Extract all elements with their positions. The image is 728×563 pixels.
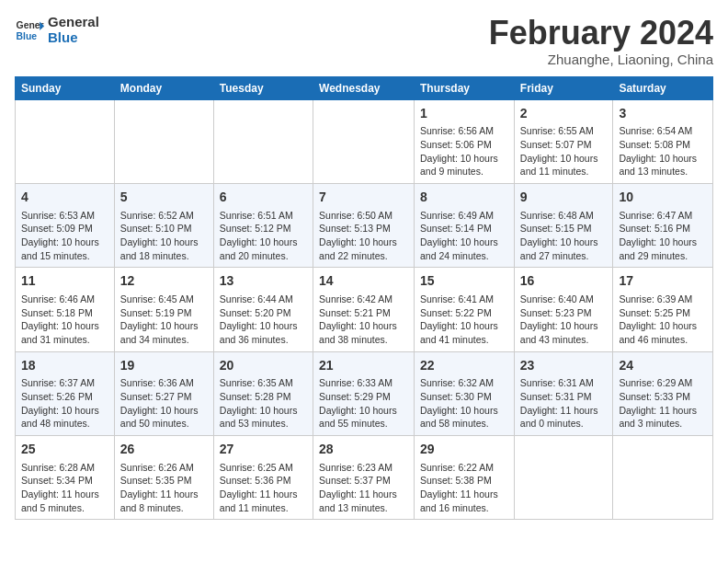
day-info: Sunrise: 6:44 AM Sunset: 5:20 PM Dayligh… [220, 293, 307, 347]
weekday-header: Monday [114, 76, 213, 99]
title-block: February 2024 Zhuanghe, Liaoning, China [489, 15, 713, 67]
calendar-cell: 25Sunrise: 6:28 AM Sunset: 5:34 PM Dayli… [16, 435, 115, 519]
day-number: 17 [619, 272, 707, 291]
calendar-cell: 5Sunrise: 6:52 AM Sunset: 5:10 PM Daylig… [114, 183, 213, 267]
day-number: 29 [420, 441, 508, 459]
day-number: 5 [120, 189, 208, 207]
day-info: Sunrise: 6:36 AM Sunset: 5:27 PM Dayligh… [120, 376, 208, 431]
weekday-header: Thursday [415, 76, 515, 99]
page-header: General Blue General Blue February 2024 … [15, 15, 713, 67]
calendar-cell: 9Sunrise: 6:48 AM Sunset: 5:15 PM Daylig… [514, 183, 613, 267]
day-info: Sunrise: 6:32 AM Sunset: 5:30 PM Dayligh… [420, 376, 508, 431]
calendar-cell [213, 99, 313, 183]
day-info: Sunrise: 6:50 AM Sunset: 5:13 PM Dayligh… [319, 209, 408, 263]
day-number: 11 [21, 272, 108, 291]
calendar-cell [16, 99, 115, 183]
logo: General Blue General Blue [15, 15, 99, 45]
day-info: Sunrise: 6:33 AM Sunset: 5:29 PM Dayligh… [319, 376, 408, 431]
day-info: Sunrise: 6:51 AM Sunset: 5:12 PM Dayligh… [220, 209, 307, 263]
calendar-cell: 6Sunrise: 6:51 AM Sunset: 5:12 PM Daylig… [213, 183, 313, 267]
day-info: Sunrise: 6:29 AM Sunset: 5:33 PM Dayligh… [619, 376, 707, 431]
day-number: 24 [619, 357, 707, 375]
calendar-week-row: 1Sunrise: 6:56 AM Sunset: 5:06 PM Daylig… [16, 99, 713, 183]
day-info: Sunrise: 6:37 AM Sunset: 5:26 PM Dayligh… [21, 376, 108, 431]
weekday-header: Wednesday [313, 76, 415, 99]
calendar-cell: 29Sunrise: 6:22 AM Sunset: 5:38 PM Dayli… [415, 435, 515, 519]
day-number: 2 [520, 105, 608, 123]
day-number: 8 [420, 189, 508, 207]
day-number: 7 [319, 189, 408, 207]
day-info: Sunrise: 6:42 AM Sunset: 5:21 PM Dayligh… [319, 293, 408, 347]
day-number: 20 [220, 357, 307, 375]
logo-blue: Blue [48, 30, 99, 46]
weekday-header: Saturday [613, 76, 713, 99]
day-info: Sunrise: 6:40 AM Sunset: 5:23 PM Dayligh… [520, 293, 608, 347]
calendar-cell: 7Sunrise: 6:50 AM Sunset: 5:13 PM Daylig… [313, 183, 415, 267]
logo-icon: General Blue [15, 16, 44, 45]
calendar-cell [114, 99, 213, 183]
calendar-cell [313, 99, 415, 183]
day-info: Sunrise: 6:48 AM Sunset: 5:15 PM Dayligh… [520, 209, 608, 263]
calendar-cell [514, 435, 613, 519]
calendar-table: SundayMondayTuesdayWednesdayThursdayFrid… [15, 76, 713, 521]
calendar-cell: 14Sunrise: 6:42 AM Sunset: 5:21 PM Dayli… [313, 268, 415, 351]
day-info: Sunrise: 6:26 AM Sunset: 5:35 PM Dayligh… [120, 461, 208, 515]
day-number: 21 [319, 357, 408, 375]
weekday-header: Friday [514, 76, 613, 99]
location-subtitle: Zhuanghe, Liaoning, China [489, 52, 713, 67]
calendar-cell: 18Sunrise: 6:37 AM Sunset: 5:26 PM Dayli… [16, 351, 115, 435]
calendar-week-row: 25Sunrise: 6:28 AM Sunset: 5:34 PM Dayli… [16, 435, 713, 519]
calendar-cell: 4Sunrise: 6:53 AM Sunset: 5:09 PM Daylig… [16, 183, 115, 267]
calendar-cell: 22Sunrise: 6:32 AM Sunset: 5:30 PM Dayli… [415, 351, 515, 435]
day-info: Sunrise: 6:55 AM Sunset: 5:07 PM Dayligh… [520, 124, 608, 178]
day-number: 19 [120, 357, 208, 375]
calendar-cell: 24Sunrise: 6:29 AM Sunset: 5:33 PM Dayli… [613, 351, 713, 435]
day-info: Sunrise: 6:47 AM Sunset: 5:16 PM Dayligh… [619, 209, 707, 263]
calendar-cell: 3Sunrise: 6:54 AM Sunset: 5:08 PM Daylig… [613, 99, 713, 183]
calendar-cell: 12Sunrise: 6:45 AM Sunset: 5:19 PM Dayli… [114, 268, 213, 351]
calendar-cell: 10Sunrise: 6:47 AM Sunset: 5:16 PM Dayli… [613, 183, 713, 267]
calendar-cell: 23Sunrise: 6:31 AM Sunset: 5:31 PM Dayli… [514, 351, 613, 435]
calendar-cell: 17Sunrise: 6:39 AM Sunset: 5:25 PM Dayli… [613, 268, 713, 351]
day-info: Sunrise: 6:54 AM Sunset: 5:08 PM Dayligh… [619, 124, 707, 178]
calendar-cell: 20Sunrise: 6:35 AM Sunset: 5:28 PM Dayli… [213, 351, 313, 435]
weekday-header: Sunday [16, 76, 115, 99]
day-info: Sunrise: 6:25 AM Sunset: 5:36 PM Dayligh… [220, 461, 307, 515]
calendar-cell: 1Sunrise: 6:56 AM Sunset: 5:06 PM Daylig… [415, 99, 515, 183]
day-number: 3 [619, 105, 707, 123]
day-info: Sunrise: 6:23 AM Sunset: 5:37 PM Dayligh… [319, 461, 408, 515]
day-info: Sunrise: 6:45 AM Sunset: 5:19 PM Dayligh… [120, 293, 208, 347]
calendar-cell: 13Sunrise: 6:44 AM Sunset: 5:20 PM Dayli… [213, 268, 313, 351]
calendar-week-row: 4Sunrise: 6:53 AM Sunset: 5:09 PM Daylig… [16, 183, 713, 267]
calendar-cell: 26Sunrise: 6:26 AM Sunset: 5:35 PM Dayli… [114, 435, 213, 519]
day-info: Sunrise: 6:46 AM Sunset: 5:18 PM Dayligh… [21, 293, 108, 347]
day-info: Sunrise: 6:31 AM Sunset: 5:31 PM Dayligh… [520, 376, 608, 431]
day-info: Sunrise: 6:39 AM Sunset: 5:25 PM Dayligh… [619, 293, 707, 347]
day-number: 28 [319, 441, 408, 459]
weekday-header-row: SundayMondayTuesdayWednesdayThursdayFrid… [16, 76, 713, 99]
calendar-cell: 8Sunrise: 6:49 AM Sunset: 5:14 PM Daylig… [415, 183, 515, 267]
calendar-week-row: 11Sunrise: 6:46 AM Sunset: 5:18 PM Dayli… [16, 268, 713, 351]
day-info: Sunrise: 6:22 AM Sunset: 5:38 PM Dayligh… [420, 461, 508, 515]
calendar-cell: 15Sunrise: 6:41 AM Sunset: 5:22 PM Dayli… [415, 268, 515, 351]
weekday-header: Tuesday [213, 76, 313, 99]
day-number: 1 [420, 105, 508, 123]
calendar-cell: 16Sunrise: 6:40 AM Sunset: 5:23 PM Dayli… [514, 268, 613, 351]
calendar-cell: 11Sunrise: 6:46 AM Sunset: 5:18 PM Dayli… [16, 268, 115, 351]
calendar-cell: 28Sunrise: 6:23 AM Sunset: 5:37 PM Dayli… [313, 435, 415, 519]
day-info: Sunrise: 6:52 AM Sunset: 5:10 PM Dayligh… [120, 209, 208, 263]
day-info: Sunrise: 6:53 AM Sunset: 5:09 PM Dayligh… [21, 209, 108, 263]
day-number: 14 [319, 272, 408, 291]
day-info: Sunrise: 6:49 AM Sunset: 5:14 PM Dayligh… [420, 209, 508, 263]
day-number: 16 [520, 272, 608, 291]
calendar-cell [613, 435, 713, 519]
calendar-cell: 19Sunrise: 6:36 AM Sunset: 5:27 PM Dayli… [114, 351, 213, 435]
day-number: 26 [120, 441, 208, 459]
day-number: 25 [21, 441, 108, 459]
day-number: 27 [220, 441, 307, 459]
day-number: 18 [21, 357, 108, 375]
day-number: 13 [220, 272, 307, 291]
day-number: 4 [21, 189, 108, 207]
svg-text:Blue: Blue [17, 30, 38, 40]
calendar-cell: 21Sunrise: 6:33 AM Sunset: 5:29 PM Dayli… [313, 351, 415, 435]
